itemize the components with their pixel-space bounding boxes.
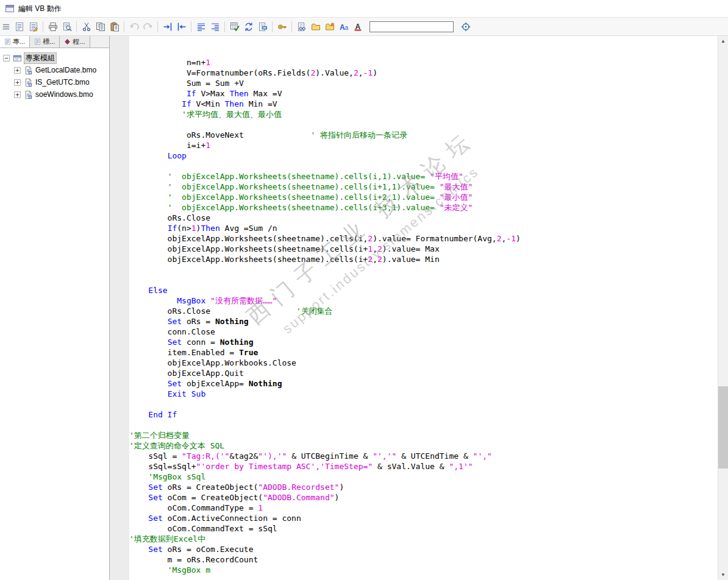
code-line[interactable]: item.Enabled = True [129, 347, 718, 358]
tree-item-module[interactable]: GetLocalDate.bmo [1, 64, 108, 76]
code-line[interactable]: Sum = Sum +V [129, 78, 718, 88]
code-segment [129, 203, 168, 212]
expand-icon[interactable] [14, 91, 21, 98]
code-line[interactable]: Set oRs = Nothing [129, 316, 718, 327]
code-line[interactable]: '第二个归档变量 [129, 430, 718, 440]
scroll-down-button[interactable]: ▼ [718, 570, 728, 580]
code-line[interactable]: If(n>1)Then Avg =Sum /n [129, 223, 718, 233]
open-folder-button[interactable] [309, 19, 323, 34]
code-line[interactable] [129, 275, 718, 285]
cut-button[interactable] [79, 19, 93, 34]
code-line[interactable]: sSql = "Tag:R,('"&tag2&"'),'" & UTCBegin… [129, 451, 718, 461]
scroll-up-button[interactable]: ▲ [718, 36, 728, 46]
collapse-icon[interactable] [3, 55, 10, 62]
code-line[interactable]: '填充数据到Excel中 [129, 534, 718, 544]
toolbar-search-input[interactable] [369, 21, 454, 32]
find-in-document-button[interactable] [294, 19, 309, 34]
code-line[interactable]: MsgBox "没有所需数据……" [129, 295, 718, 306]
code-line[interactable]: oCom.CommandText = sSql [129, 523, 718, 534]
format-lines-alt-button[interactable] [208, 19, 222, 34]
synchronize-button[interactable] [241, 19, 255, 34]
code-line[interactable]: Set objExcelApp= Nothing [129, 378, 718, 389]
code-line[interactable]: Else [129, 285, 718, 295]
vertical-scrollbar[interactable]: ▲ ▼ [718, 36, 728, 580]
scrollbar-thumb[interactable] [718, 386, 728, 469]
code-line[interactable]: '定义查询的命令文本 SQL [129, 440, 718, 451]
redo-button[interactable] [141, 19, 155, 34]
font-button[interactable] [351, 19, 365, 34]
code-line[interactable]: If V>Max Then Max =V [129, 88, 718, 99]
code-line[interactable] [129, 47, 718, 57]
code-line[interactable]: objExcelApp.Worksheets(sheetname).cells(… [129, 233, 718, 244]
code-line[interactable]: 'MsgBox m [129, 565, 718, 575]
code-line[interactable]: Loop [129, 150, 718, 161]
paste-button[interactable] [107, 19, 121, 34]
code-segment: ' objExcelApp.Worksheets(sheetname).cell… [168, 193, 440, 202]
copy-button[interactable] [93, 19, 107, 34]
find-text-button[interactable] [337, 19, 351, 34]
code-line[interactable]: V=Formatnumber(oRs.Fields(2).Value,2,-1) [129, 68, 718, 78]
code-line[interactable]: Set oRs = oCom.Execute [129, 544, 718, 554]
code-editor[interactable]: n=n+1 V=Formatnumber(oRs.Fields(2).Value… [110, 36, 718, 580]
code-line[interactable]: If V<Min Then Min =V [129, 99, 718, 109]
code-line[interactable] [129, 119, 718, 130]
toolbar-grip[interactable] [2, 23, 10, 31]
increase-indent-button[interactable] [160, 19, 174, 34]
undo-button[interactable] [127, 19, 141, 34]
tree-item-module[interactable]: soeWindows.bmo [1, 88, 108, 101]
code-line[interactable]: objExcelApp.Worksheets(sheetname).cells(… [129, 254, 718, 264]
tree-item-module[interactable]: IS_GetUTC.bmo [1, 76, 108, 88]
action-list-button[interactable] [12, 19, 26, 34]
code-line[interactable]: 'MsgBox sSql [129, 472, 718, 482]
code-line[interactable] [129, 420, 718, 430]
goto-target-button[interactable] [459, 19, 473, 34]
decrease-indent-button[interactable] [174, 19, 188, 34]
code-area[interactable]: n=n+1 V=Formatnumber(oRs.Fields(2).Value… [129, 36, 718, 580]
code-line[interactable]: Set conn = Nothing [129, 337, 718, 347]
code-line[interactable]: conn.Close [129, 327, 718, 337]
password-protect-button[interactable] [275, 19, 289, 34]
code-line[interactable]: m = oRs.RecordCount [129, 554, 718, 565]
code-line[interactable]: Set oCom.ActiveConnection = conn [129, 513, 718, 523]
tab-actions[interactable]: 程... [60, 36, 90, 48]
code-line[interactable]: oCom.CommandType = 1 [129, 503, 718, 513]
edit-action-button[interactable] [26, 19, 40, 34]
code-segment: Set [168, 338, 182, 347]
code-line[interactable]: End If [129, 409, 718, 420]
code-line[interactable]: Set oRs = CreateObject("ADODB.Recordset"… [129, 482, 718, 492]
code-line[interactable]: oRs.MoveNext ' 将指针向后移动一条记录 [129, 130, 718, 140]
code-line[interactable]: Exit Sub [129, 389, 718, 399]
format-lines-button[interactable] [194, 19, 208, 34]
code-segment: ) [335, 493, 340, 502]
code-segment: , [373, 244, 377, 253]
code-line[interactable] [129, 264, 718, 275]
tab-standard-modules[interactable]: 標... [30, 36, 60, 48]
code-line[interactable]: ' objExcelApp.Worksheets(sheetname).cell… [129, 202, 718, 213]
import-file-button[interactable] [323, 19, 337, 34]
code-line[interactable]: ' objExcelApp.Worksheets(sheetname).cell… [129, 171, 718, 182]
code-line[interactable]: ' objExcelApp.Worksheets(sheetname).cell… [129, 192, 718, 202]
code-line[interactable] [129, 399, 718, 409]
code-line[interactable]: objExcelApp.Quit [129, 368, 718, 378]
code-line[interactable]: ' objExcelApp.Worksheets(sheetname).cell… [129, 182, 718, 192]
code-line[interactable]: objExcelApp.Worksheets(sheetname).cells(… [129, 244, 718, 254]
code-line[interactable]: sSql=sSql+"'order by Timestamp ASC','Tim… [129, 461, 718, 472]
tab-project-modules[interactable]: 專... [0, 36, 30, 48]
expand-icon[interactable] [14, 67, 21, 74]
code-line[interactable] [129, 37, 718, 47]
code-line[interactable]: '求平均值、最大值、最小值 [129, 109, 718, 119]
expand-icon[interactable] [14, 79, 21, 86]
code-line[interactable]: n=n+1 [129, 57, 718, 68]
code-line[interactable]: oRs.Close [129, 213, 718, 223]
bookmark-button[interactable] [255, 19, 269, 34]
code-segment: 2 [368, 234, 373, 243]
tree-root-project-modules[interactable]: 專案模組 [1, 52, 108, 64]
code-line[interactable]: i=i+1 [129, 140, 718, 150]
code-line[interactable]: oRs.Close '关闭集合 [129, 306, 718, 316]
code-line[interactable]: Set oCom = CreateObject("ADODB.Command") [129, 492, 718, 503]
check-syntax-button[interactable] [227, 19, 241, 34]
print-preview-button[interactable] [60, 19, 74, 34]
code-line[interactable] [129, 161, 718, 171]
code-line[interactable]: objExcelApp.Workbooks.Close [129, 358, 718, 368]
print-button[interactable] [46, 19, 60, 34]
